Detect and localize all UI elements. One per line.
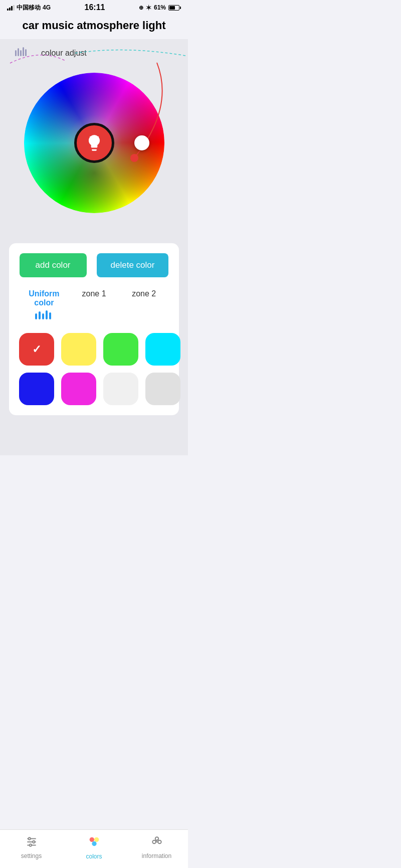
color-picker-dot[interactable] (134, 135, 149, 150)
network-type: 4G (43, 4, 51, 11)
svg-rect-4 (25, 49, 27, 56)
battery-percent: 61% (154, 4, 166, 11)
tab-colour-adjust[interactable]: colour adjust (35, 46, 93, 61)
bluetooth-icon: ✶ (146, 4, 151, 12)
swatch-cyan[interactable] (145, 333, 180, 366)
swatch-green[interactable] (103, 333, 138, 366)
zone-1[interactable]: zone 1 (69, 289, 119, 298)
swatch-red[interactable] (19, 333, 54, 366)
zone-1-label: zone 1 (69, 289, 119, 298)
svg-rect-14 (39, 311, 41, 319)
svg-rect-13 (35, 313, 37, 319)
svg-line-7 (90, 137, 91, 138)
svg-rect-3 (23, 47, 24, 56)
svg-rect-15 (42, 313, 44, 319)
add-color-button[interactable]: add color (20, 253, 87, 277)
lightbulb-icon (85, 133, 104, 152)
signal-icon (7, 5, 15, 11)
svg-rect-0 (15, 50, 17, 56)
music-wave-icon (14, 46, 29, 60)
bottom-panel: add color delete color Uniform color (9, 243, 179, 415)
color-wheel-section: colour adjust (0, 39, 188, 233)
zone-uniform-label: Uniform color (19, 289, 69, 307)
battery-icon (168, 5, 181, 11)
swatch-empty (145, 373, 180, 405)
status-left: 中国移动 4G (7, 4, 51, 12)
zone-uniform[interactable]: Uniform color (19, 289, 69, 323)
swatch-magenta[interactable] (61, 373, 96, 405)
svg-rect-17 (49, 312, 51, 319)
svg-rect-2 (20, 50, 22, 56)
carrier-label: 中国移动 (17, 4, 41, 12)
status-bar: 中国移动 4G 16:11 ⊕ ✶ 61% (0, 0, 188, 14)
swatch-white[interactable] (103, 373, 138, 405)
color-wheel-wrapper[interactable] (24, 73, 164, 213)
svg-rect-1 (18, 48, 19, 56)
wheel-center-button[interactable] (74, 123, 114, 163)
location-icon: ⊕ (139, 5, 143, 11)
action-buttons: add color delete color (17, 253, 171, 277)
delete-color-button[interactable]: delete color (97, 253, 169, 277)
svg-line-6 (97, 137, 98, 138)
arc-slider[interactable] (124, 58, 188, 168)
svg-point-12 (130, 154, 138, 162)
page-title: car music atmosphere light (0, 14, 188, 39)
wheel-container (0, 63, 188, 218)
time-display: 16:11 (85, 3, 105, 12)
swatch-yellow[interactable] (61, 333, 96, 366)
zone-selector: Uniform color zone 1 zone 2 (17, 289, 171, 323)
zone-uniform-icon (19, 309, 69, 323)
status-right: ⊕ ✶ 61% (139, 4, 181, 12)
tab-music[interactable] (8, 43, 35, 63)
zone-2-label: zone 2 (119, 289, 169, 298)
color-grid (17, 333, 171, 405)
zone-2[interactable]: zone 2 (119, 289, 169, 298)
svg-rect-16 (46, 310, 48, 319)
swatch-blue[interactable] (19, 373, 54, 405)
